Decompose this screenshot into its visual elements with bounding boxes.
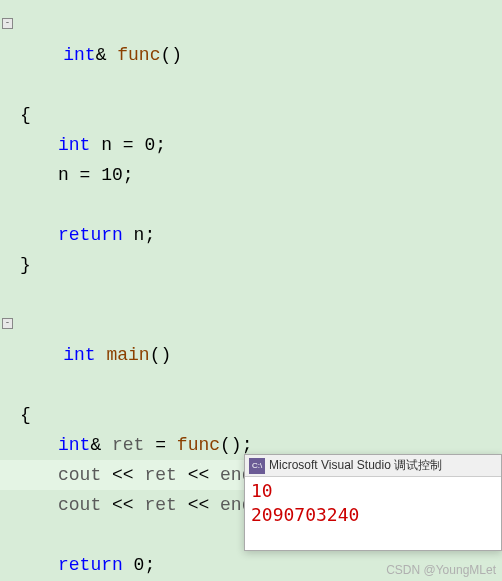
code-line[interactable]: {: [0, 400, 502, 430]
identifier: ret: [144, 495, 176, 515]
parentheses: (): [150, 345, 172, 365]
code-line[interactable]: }: [0, 250, 502, 280]
code-line[interactable]: n = 10;: [0, 160, 502, 190]
identifier: ret: [112, 435, 144, 455]
operator: <<: [101, 465, 144, 485]
empty-line[interactable]: [0, 280, 502, 310]
fold-icon[interactable]: -: [2, 318, 13, 329]
keyword: return: [58, 555, 123, 575]
identifier: cout: [58, 465, 101, 485]
operator: <<: [177, 495, 220, 515]
code-text: n = 0;: [90, 135, 166, 155]
keyword: return: [58, 225, 123, 245]
debug-console-window[interactable]: C:\ Microsoft Visual Studio 调试控制 10 2090…: [244, 454, 502, 551]
brace: }: [20, 255, 31, 275]
console-output: 10 2090703240: [245, 477, 501, 529]
code-line[interactable]: -int main(): [0, 310, 502, 400]
code-line[interactable]: return n;: [0, 220, 502, 250]
brace: {: [20, 405, 31, 425]
empty-line[interactable]: [0, 190, 502, 220]
operator: =: [144, 435, 176, 455]
operator: <<: [101, 495, 144, 515]
code-text: 0;: [123, 555, 155, 575]
function-name: func: [117, 45, 160, 65]
code-text: n;: [123, 225, 155, 245]
fold-icon[interactable]: -: [2, 18, 13, 29]
code-line[interactable]: -int& func(): [0, 10, 502, 100]
watermark: CSDN @YoungMLet: [386, 563, 496, 577]
brace: {: [20, 105, 31, 125]
visual-studio-icon: C:\: [249, 458, 265, 474]
console-line: 10: [251, 479, 495, 503]
console-title: Microsoft Visual Studio 调试控制: [269, 457, 442, 474]
keyword: int: [58, 135, 90, 155]
operator: &: [90, 435, 112, 455]
code-text: n = 10;: [58, 165, 134, 185]
console-titlebar[interactable]: C:\ Microsoft Visual Studio 调试控制: [245, 455, 501, 477]
keyword: int: [63, 345, 95, 365]
code-line[interactable]: {: [0, 100, 502, 130]
parentheses: (): [160, 45, 182, 65]
identifier: cout: [58, 495, 101, 515]
console-line: 2090703240: [251, 503, 495, 527]
operator: &: [96, 45, 107, 65]
operator: <<: [177, 465, 220, 485]
code-line[interactable]: int n = 0;: [0, 130, 502, 160]
keyword: int: [58, 435, 90, 455]
keyword: int: [63, 45, 95, 65]
function-name: main: [96, 345, 150, 365]
function-call: func: [177, 435, 220, 455]
identifier: ret: [144, 465, 176, 485]
code-text: ();: [220, 435, 252, 455]
